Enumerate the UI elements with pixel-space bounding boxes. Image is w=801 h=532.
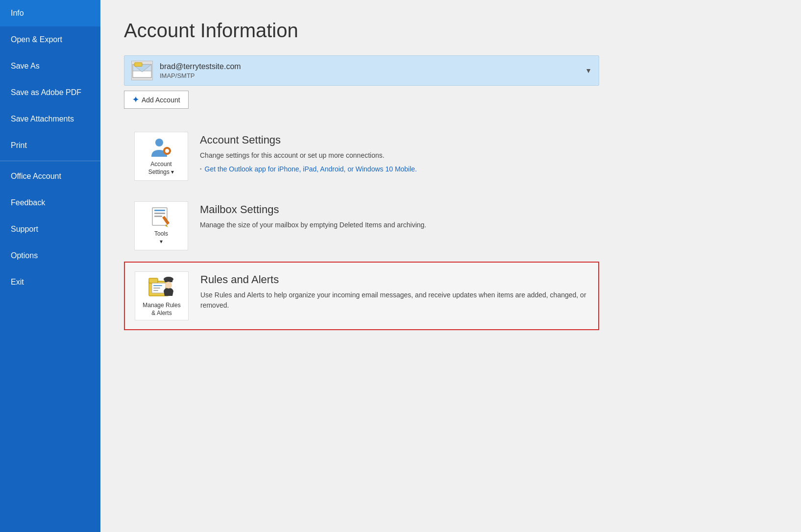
sidebar: Info Open & Export Save As Save as Adobe… bbox=[0, 0, 100, 532]
tools-icon-label: Tools▾ bbox=[154, 230, 168, 245]
svg-rect-22 bbox=[153, 290, 158, 291]
svg-point-4 bbox=[155, 139, 163, 146]
account-settings-content: Account Settings Change settings for thi… bbox=[200, 132, 589, 173]
dropdown-arrow-icon: ▼ bbox=[585, 67, 592, 74]
svg-point-25 bbox=[165, 282, 172, 289]
svg-rect-21 bbox=[153, 288, 160, 289]
mailbox-settings-icon-box: Tools▾ bbox=[134, 201, 188, 250]
outlook-app-link[interactable]: Get the Outlook app for iPhone, iPad, An… bbox=[200, 165, 417, 173]
svg-rect-3 bbox=[135, 63, 142, 67]
svg-rect-13 bbox=[154, 213, 165, 214]
sidebar-item-exit[interactable]: Exit bbox=[0, 269, 100, 295]
mailbox-settings-title: Mailbox Settings bbox=[200, 203, 589, 216]
account-dropdown[interactable]: brad@terrytestsite.com IMAP/SMTP ▼ bbox=[124, 55, 599, 86]
sidebar-item-options[interactable]: Options bbox=[0, 242, 100, 269]
svg-rect-10 bbox=[169, 150, 171, 152]
svg-rect-8 bbox=[166, 153, 168, 155]
sidebar-item-support[interactable]: Support bbox=[0, 216, 100, 242]
manage-rules-icon bbox=[147, 274, 176, 300]
account-icon bbox=[131, 61, 153, 80]
account-info: brad@terrytestsite.com IMAP/SMTP bbox=[160, 62, 580, 79]
account-type: IMAP/SMTP bbox=[160, 72, 580, 79]
mailbox-settings-content: Mailbox Settings Manage the size of your… bbox=[200, 201, 589, 233]
sidebar-item-open-export[interactable]: Open & Export bbox=[0, 26, 100, 53]
account-settings-icon-box: AccountSettings ▾ bbox=[134, 132, 188, 181]
account-settings-icon-label: AccountSettings ▾ bbox=[148, 161, 174, 176]
svg-rect-20 bbox=[153, 285, 162, 286]
rules-alerts-icon-box: Manage Rules& Alerts bbox=[135, 271, 189, 320]
svg-point-6 bbox=[165, 149, 169, 153]
plus-icon: ✦ bbox=[132, 95, 139, 104]
sidebar-item-print[interactable]: Print bbox=[0, 132, 100, 159]
account-settings-card[interactable]: AccountSettings ▾ Account Settings Chang… bbox=[124, 122, 599, 190]
sidebar-item-save-as[interactable]: Save As bbox=[0, 53, 100, 79]
page-title: Account Information bbox=[124, 20, 777, 42]
sidebar-item-save-adobe[interactable]: Save as Adobe PDF bbox=[0, 79, 100, 106]
rules-alerts-title: Rules and Alerts bbox=[200, 273, 588, 286]
mailbox-settings-card[interactable]: Tools▾ Mailbox Settings Manage the size … bbox=[124, 192, 599, 260]
tools-icon bbox=[148, 206, 174, 228]
sidebar-item-office-account[interactable]: Office Account bbox=[0, 163, 100, 190]
account-settings-icon bbox=[148, 136, 174, 159]
svg-rect-9 bbox=[163, 150, 165, 152]
sidebar-divider-1 bbox=[0, 161, 100, 161]
rules-alerts-content: Rules and Alerts Use Rules and Alerts to… bbox=[200, 271, 588, 314]
add-account-label: Add Account bbox=[142, 96, 180, 104]
svg-rect-7 bbox=[166, 147, 168, 149]
rules-alerts-desc: Use Rules and Alerts to help organize yo… bbox=[200, 290, 588, 311]
rules-alerts-card[interactable]: Manage Rules& Alerts Rules and Alerts Us… bbox=[124, 262, 599, 330]
svg-rect-12 bbox=[154, 210, 165, 211]
svg-rect-18 bbox=[149, 278, 158, 283]
main-content: Account Information brad@terrytestsite.c… bbox=[100, 0, 801, 532]
envelope-icon bbox=[132, 61, 152, 80]
account-email: brad@terrytestsite.com bbox=[160, 62, 580, 71]
manage-rules-icon-label: Manage Rules& Alerts bbox=[143, 302, 180, 317]
account-settings-title: Account Settings bbox=[200, 134, 589, 146]
sidebar-item-feedback[interactable]: Feedback bbox=[0, 190, 100, 216]
mailbox-settings-desc: Manage the size of your mailbox by empty… bbox=[200, 220, 589, 230]
account-settings-desc: Change settings for this account or set … bbox=[200, 150, 589, 161]
add-account-button[interactable]: ✦ Add Account bbox=[124, 91, 189, 109]
sidebar-item-save-attachments[interactable]: Save Attachments bbox=[0, 106, 100, 132]
svg-rect-14 bbox=[154, 216, 162, 217]
sidebar-item-info[interactable]: Info bbox=[0, 0, 100, 26]
